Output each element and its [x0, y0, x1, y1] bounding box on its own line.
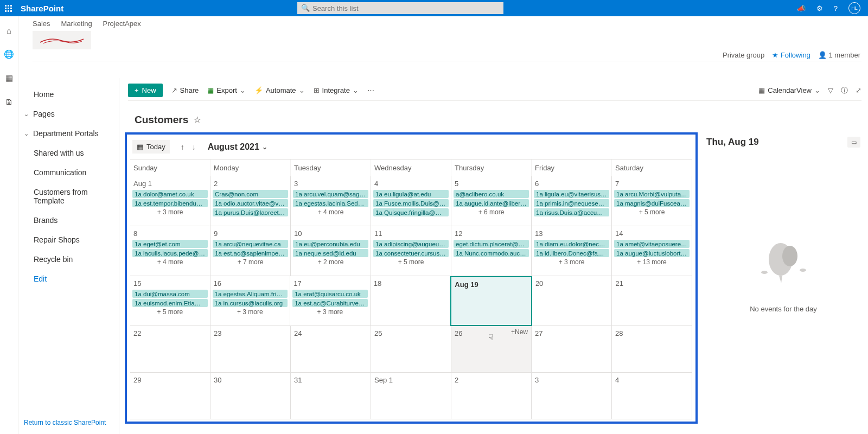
calendar-cell[interactable]: 81a eget@et.com1a iaculis.lacus.pede@ult…: [130, 226, 210, 276]
calendar-cell[interactable]: 171a erat@quisarcu.co.uk1a est.ac@Curabi…: [290, 276, 371, 326]
favorite-icon[interactable]: ☆: [194, 115, 201, 125]
megaphone-icon[interactable]: 📣: [797, 4, 806, 12]
news-icon[interactable]: ▦: [5, 73, 13, 83]
calendar-event[interactable]: 1a in.cursus@iaculis.org: [213, 299, 288, 307]
avatar[interactable]: HL: [848, 2, 860, 14]
more-events-link[interactable]: + 3 more: [213, 308, 288, 316]
tab-sales[interactable]: Sales: [33, 20, 50, 28]
more-events-link[interactable]: + 3 more: [292, 308, 368, 316]
calendar-event[interactable]: 1a magnis@duiFuscealiqu…: [614, 199, 690, 207]
calendar-cell[interactable]: 31: [291, 373, 371, 419]
calendar-event[interactable]: 1a est.tempor.bibendum…: [132, 199, 208, 207]
share-button[interactable]: ↗Share: [171, 86, 199, 94]
more-events-link[interactable]: + 6 more: [454, 208, 529, 216]
tab-marketing[interactable]: Marketing: [61, 20, 92, 28]
calendar-event[interactable]: eget.dictum.placerat@ma…: [454, 240, 529, 248]
calendar-cell[interactable]: 91a arcu@nequevitae.ca1a est.ac@sapienim…: [210, 226, 291, 276]
tab-projectapex[interactable]: ProjectApex: [103, 20, 141, 28]
calendar-event[interactable]: 1a neque.sed@id.edu: [293, 249, 368, 257]
calendar-event[interactable]: 1a eget@et.com: [132, 240, 208, 248]
calendar-cell[interactable]: 29: [130, 373, 210, 419]
calendar-event[interactable]: 1a augue.id.ante@libero…: [454, 199, 529, 207]
calendar-cell[interactable]: 161a egestas.Aliquam.fringil…1a in.cursu…: [210, 276, 291, 326]
calendar-cell[interactable]: Sep 1: [371, 373, 451, 419]
more-events-link[interactable]: + 3 more: [534, 258, 609, 266]
more-events-link[interactable]: + 4 more: [293, 208, 368, 216]
calendar-event[interactable]: 1a amet@vitaeposuereat…: [614, 240, 690, 248]
calendar-event[interactable]: a@aclibero.co.uk: [454, 190, 529, 198]
calendar-cell[interactable]: 24: [291, 326, 371, 373]
next-month-button[interactable]: ↓: [192, 143, 196, 151]
calendar-event[interactable]: 1a eu@perconubia.edu: [293, 240, 368, 248]
calendar-cell[interactable]: 21: [612, 276, 692, 326]
calendar-event[interactable]: 1a Fusce.mollis.Duis@orci…: [373, 199, 449, 207]
calendar-cell[interactable]: 5a@aclibero.co.uk1a augue.id.ante@libero…: [451, 176, 532, 226]
calendar-event[interactable]: 1a iaculis.lacus.pede@ultr…: [132, 249, 208, 257]
search-input[interactable]: [297, 2, 503, 14]
calendar-event[interactable]: 1a est.ac@sapienimperdi…: [213, 249, 288, 257]
calendar-cell[interactable]: 28: [612, 326, 692, 373]
calendar-event[interactable]: 1a arcu.vel.quam@sagitti…: [293, 190, 368, 198]
calendar-cell[interactable]: 12eget.dictum.placerat@ma…1a Nunc.commod…: [451, 226, 532, 276]
view-selector[interactable]: ▦CalendarView ⌄: [758, 86, 820, 94]
gear-icon[interactable]: ⚙: [816, 4, 823, 12]
calendar-cell[interactable]: 23: [210, 326, 291, 373]
export-button[interactable]: ▦Export ⌄: [207, 86, 246, 94]
site-logo[interactable]: [33, 31, 91, 49]
calendar-cell[interactable]: 3: [532, 373, 612, 419]
calendar-cell[interactable]: 2Cras@non.com1a odio.auctor.vitae@vel…1a…: [210, 176, 291, 226]
new-button[interactable]: +New: [128, 84, 163, 97]
nav-home[interactable]: Home: [18, 85, 119, 104]
members-button[interactable]: 👤 1 member: [818, 51, 860, 59]
calendar-event[interactable]: 1a arcu@nequevitae.ca: [213, 240, 288, 248]
calendar-event[interactable]: 1a dolor@amet.co.uk: [132, 190, 208, 198]
more-events-link[interactable]: + 5 more: [614, 208, 690, 216]
nav-repair-shops[interactable]: Repair Shops: [18, 230, 119, 250]
follow-button[interactable]: ★ Following: [772, 51, 810, 59]
prev-month-button[interactable]: ↑: [181, 143, 184, 151]
nav-communication[interactable]: Communication: [18, 163, 119, 182]
more-events-link[interactable]: + 2 more: [293, 258, 368, 266]
calendar-event[interactable]: 1a augue@luctuslobortis…: [614, 249, 690, 257]
calendar-cell[interactable]: Aug 19: [450, 276, 532, 326]
more-events-link[interactable]: + 5 more: [132, 308, 208, 316]
return-classic-link[interactable]: Return to classic SharePoint: [24, 419, 106, 426]
calendar-event[interactable]: 1a Quisque.fringilla@Mor…: [373, 208, 449, 216]
automate-button[interactable]: ⚡Automate ⌄: [254, 86, 305, 94]
collapse-button[interactable]: ▭: [847, 137, 860, 148]
calendar-event[interactable]: 1a dui@massa.com: [132, 290, 208, 298]
nav-brands[interactable]: Brands: [18, 210, 119, 230]
add-new-button[interactable]: +New: [511, 328, 528, 336]
calendar-cell[interactable]: 151a dui@massa.com1a euismod.enim.Etiam@…: [130, 276, 210, 326]
calendar-event[interactable]: 1a primis.in@nequesed.org: [534, 199, 609, 207]
calendar-cell[interactable]: 141a amet@vitaeposuereat…1a augue@luctus…: [612, 226, 692, 276]
nav-recycle-bin[interactable]: Recycle bin: [18, 250, 119, 269]
calendar-cell[interactable]: 22: [130, 326, 210, 373]
calendar-cell[interactable]: 30: [210, 373, 291, 419]
calendar-cell[interactable]: 25: [371, 326, 451, 373]
calendar-cell[interactable]: 131a diam.eu.dolor@necme…1a id.libero.Do…: [532, 226, 612, 276]
calendar-event[interactable]: 1a ligula.eu@vitaerisus.ca: [534, 190, 609, 198]
more-events-link[interactable]: + 13 more: [614, 258, 690, 266]
calendar-cell[interactable]: 26+New: [451, 326, 532, 373]
home-icon[interactable]: ⌂: [7, 26, 11, 35]
nav-pages[interactable]: ⌄Pages: [18, 104, 119, 124]
integrate-button[interactable]: ⊞Integrate ⌄: [314, 86, 359, 94]
calendar-event[interactable]: 1a euismod.enim.Etiam@…: [132, 299, 208, 307]
calendar-cell[interactable]: 4: [612, 373, 692, 419]
calendar-cell[interactable]: 61a ligula.eu@vitaerisus.ca1a primis.in@…: [532, 176, 612, 226]
calendar-event[interactable]: 1a consectetuer.cursus.et…: [373, 249, 449, 257]
calendar-event[interactable]: 1a diam.eu.dolor@necme…: [534, 240, 609, 248]
more-events-link[interactable]: + 4 more: [132, 258, 208, 266]
calendar-event[interactable]: 1a egestas.lacinia.Sed@ve…: [293, 199, 368, 207]
nav-customers-from-template[interactable]: Customers from Template: [18, 182, 119, 210]
calendar-cell[interactable]: 27: [532, 326, 612, 373]
globe-icon[interactable]: 🌐: [4, 49, 14, 59]
calendar-event[interactable]: 1a odio.auctor.vitae@vel…: [213, 199, 288, 207]
calendar-event[interactable]: 1a erat@quisarcu.co.uk: [292, 290, 368, 298]
nav-department-portals[interactable]: ⌄Department Portals: [18, 124, 119, 143]
calendar-event[interactable]: 1a id.libero.Donec@fauci…: [534, 249, 609, 257]
calendar-event[interactable]: Cras@non.com: [213, 190, 288, 198]
calendar-cell[interactable]: 31a arcu.vel.quam@sagitti…1a egestas.lac…: [291, 176, 371, 226]
calendar-cell[interactable]: 20: [532, 276, 612, 326]
